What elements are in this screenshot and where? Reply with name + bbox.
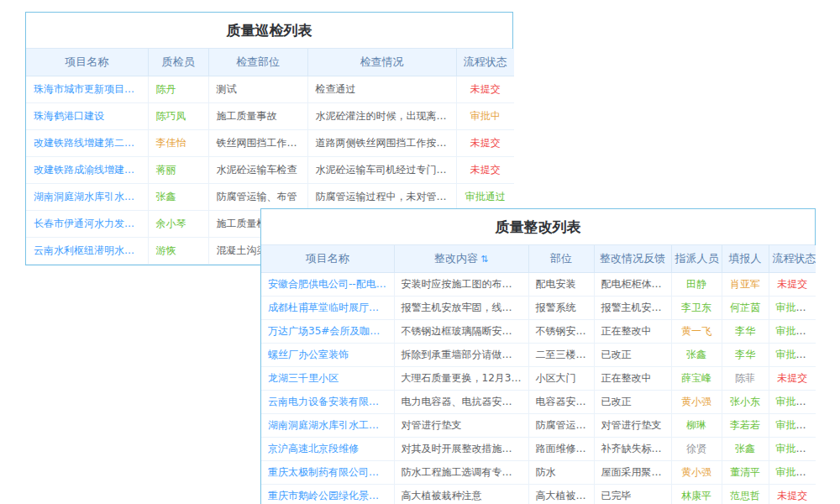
assignee-cell: 李卫东 [671,297,722,320]
project-link[interactable]: 螺丝厂办公室装饰 [268,348,387,362]
col-header-content[interactable]: 整改内容⇅ [394,245,528,273]
reporter-cell: 张小东 [722,391,769,414]
assignee-cell: 黄小强 [671,461,722,485]
assignee-name: 田静 [686,278,706,290]
project-link[interactable]: 安徽合肥供电公司--配电设备... [268,277,387,291]
rectification-header-row: 项目名称 整改内容⇅ 部位 整改情况反馈 指派人员 填报人 流程状态 [261,245,816,273]
reporter-cell: 肖亚军 [722,273,769,297]
rectification-table-row: 万达广场35#会所及咖啡厅空... 不锈钢边框玻璃隔断安装不牢... 不锈钢安装… [261,320,816,344]
feedback-cell: 已完毕 [594,485,671,504]
content-cell: 不锈钢边框玻璃隔断安装不牢... [394,320,528,344]
rectification-table: 项目名称 整改内容⇅ 部位 整改情况反馈 指派人员 填报人 流程状态 安徽合肥供… [261,245,816,504]
part-cell: 高大植被栽种 [528,485,594,504]
project-link[interactable]: 云南电力设备安装有限公司20... [268,395,387,409]
assignee-cell: 黄一飞 [671,320,722,344]
feedback-cell: 已改正 [594,344,671,367]
rectification-table-row: 安徽合肥供电公司--配电设备... 安装时应按施工图的布置，将... 配电安装 … [261,273,816,297]
part-cell: 防腐管运输... [528,414,594,438]
reporter-name: 董清平 [730,466,760,478]
reporter-cell: 李华 [722,320,769,344]
content-cell: 高大植被栽种注意 [394,485,528,504]
rectification-table-card: 质量整改列表 项目名称 整改内容⇅ 部位 整改情况反馈 指派人员 填报人 流程状… [260,208,816,504]
project-link[interactable]: 万达广场35#会所及咖啡厅空... [268,324,387,339]
assignee-cell: 柳琳 [671,414,722,438]
content-cell: 大理石质量更换，12月31日之... [394,367,528,391]
feedback-cell: 对管进行垫支 [594,414,671,438]
inspector-name: 陈丹 [156,83,176,95]
assignee-name: 黄小强 [681,466,711,478]
status-cell: 未提交 [769,273,816,297]
col-header-part: 部位 [528,245,594,273]
situation-cell: 道路两侧铁丝网围挡工作按设计... [307,130,456,157]
inspection-header-row: 项目名称 质检员 检查部位 检查情况 流程状态 [26,49,514,76]
part-cell: 路面维修检... [528,438,594,461]
status-badge: 未提交 [470,164,501,176]
part-cell: 铁丝网围挡工作检查 [208,130,307,157]
project-link[interactable]: 珠海鹤港口建设 [34,109,140,123]
project-link[interactable]: 珠海市城市更新项目紫... [34,82,140,97]
project-link[interactable]: 改建铁路线增建第二线... [34,136,140,150]
status-cell: 审批通过 [769,344,816,367]
situation-cell: 检查通过 [307,76,456,103]
reporter-cell: 范思哲 [722,485,769,504]
col-header-content-label: 整改内容 [434,252,478,265]
reporter-name: 李华 [735,325,755,337]
feedback-cell: 正在整改中 [594,320,671,344]
part-cell: 施工质量事故 [208,103,307,130]
reporter-cell: 李若若 [722,414,769,438]
project-link[interactable]: 重庆太极制药有限公司亳州中... [268,465,387,480]
project-link[interactable]: 龙湖三千里小区 [268,371,387,386]
project-link[interactable]: 湖南洞庭湖水库引水工... [34,190,140,204]
assignee-name: 徐贤 [686,443,706,454]
status-badge: 审批中 [470,110,501,122]
col-header-part: 检查部位 [208,49,307,76]
content-cell: 对管进行垫支 [394,414,528,438]
inspector-name: 张鑫 [156,191,176,202]
status-cell: 审批通过 [769,414,816,438]
part-cell: 不锈钢安装... [528,320,594,344]
reporter-name: 范思哲 [730,490,760,501]
project-link[interactable]: 改建铁路成渝线增建第... [34,163,140,177]
project-cell: 湖南洞庭湖水库引水工程施工1... [261,414,394,438]
status-badge: 审批通过 [465,191,506,202]
project-cell: 京沪高速北京段维修 [261,438,394,461]
inspector-name: 余小琴 [156,218,186,229]
reporter-name: 陈菲 [735,372,755,384]
col-header-assignee: 指派人员 [671,245,722,273]
part-cell: 配电安装 [528,273,594,297]
reporter-cell: 张鑫 [722,438,769,461]
rectification-table-row: 云南电力设备安装有限公司20... 电力电容器、电抗器安装方案... 电容器安装… [261,391,816,414]
col-header-feedback: 整改情况反馈 [594,245,671,273]
status-cell: 未提交 [769,485,816,504]
reporter-name: 肖亚军 [730,278,760,290]
col-header-situation: 检查情况 [307,49,456,76]
part-cell: 水泥砼运输车检查 [208,157,307,184]
status-cell: 审批通过 [456,184,514,211]
assignee-cell: 徐贤 [671,438,722,461]
status-cell: 审批通过 [769,438,816,461]
project-link[interactable]: 湖南洞庭湖水库引水工程施工1... [268,418,387,433]
rectification-table-title: 质量整改列表 [261,209,815,245]
inspection-table-row: 改建铁路成渝线增建第... 蒋丽 水泥砼运输车检查 水泥砼运输车司机经过专门培训… [26,157,514,184]
situation-cell: 水泥砼运输车司机经过专门培训... [307,157,456,184]
status-badge: 审批通过 [776,419,816,431]
project-link[interactable]: 长春市伊通河水力发电... [34,217,140,231]
project-link[interactable]: 重庆市鹅岭公园绿化景观提升... [268,489,387,503]
project-cell: 万达广场35#会所及咖啡厅空... [261,320,394,344]
inspector-cell: 李佳怡 [148,130,208,157]
inspector-cell: 蒋丽 [148,157,208,184]
project-cell: 改建铁路线增建第二线... [26,130,148,157]
content-cell: 电力电容器、电抗器安装方案... [394,391,528,414]
project-link[interactable]: 云南水利枢纽潜明水库... [34,244,140,258]
col-header-status: 流程状态 [456,49,514,76]
project-link[interactable]: 京沪高速北京段维修 [268,442,387,456]
inspector-cell: 游恢 [148,238,208,265]
col-header-reporter: 填报人 [722,245,769,273]
reporter-cell: 李华 [722,344,769,367]
situation-cell: 防腐管运输过程中，未对管进行... [307,184,456,211]
status-badge: 未提交 [777,372,807,384]
rectification-table-row: 螺丝厂办公室装饰 拆除到承重墙部分请做好加固... 二至三楼混... 已改正 张… [261,344,816,367]
project-link[interactable]: 成都杜甫草堂临时展厅独立展... [268,301,387,315]
sort-icon[interactable]: ⇅ [480,254,488,265]
status-cell: 未提交 [769,367,816,391]
